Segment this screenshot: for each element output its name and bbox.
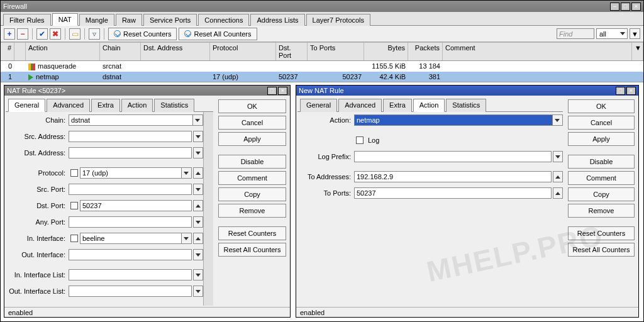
disable-button[interactable]: Disable bbox=[568, 155, 635, 169]
to-addresses-field[interactable]: 192.168.2.9 bbox=[354, 171, 552, 182]
comment-icon[interactable]: ▭ bbox=[69, 28, 80, 40]
chain-field[interactable]: dstnat bbox=[69, 114, 193, 126]
to-ports-field[interactable]: 50237 bbox=[354, 187, 552, 199]
chevron-down-icon[interactable] bbox=[182, 233, 192, 244]
copy-button[interactable]: Copy bbox=[218, 187, 286, 201]
protocol-invert-checkbox[interactable] bbox=[70, 169, 78, 177]
disable-icon[interactable]: ✖ bbox=[50, 28, 61, 40]
tab-statistics[interactable]: Statistics bbox=[446, 99, 486, 112]
comment-button[interactable]: Comment bbox=[568, 171, 635, 185]
minimize-icon[interactable]: – bbox=[610, 3, 619, 11]
expand-icon[interactable] bbox=[193, 131, 203, 142]
scrollbar[interactable] bbox=[203, 112, 213, 306]
col-action[interactable]: Action bbox=[26, 43, 100, 60]
expand-icon[interactable] bbox=[553, 151, 563, 162]
col-dst[interactable]: Dst. Address bbox=[141, 43, 210, 60]
tab-statistics[interactable]: Statistics bbox=[154, 99, 194, 112]
find-input[interactable]: Find bbox=[557, 28, 594, 39]
cancel-button[interactable]: Cancel bbox=[568, 116, 635, 130]
collapse-icon[interactable] bbox=[553, 187, 563, 199]
tab-extra[interactable]: Extra bbox=[91, 99, 120, 112]
chevron-down-icon[interactable] bbox=[553, 114, 563, 126]
dialog-titlebar[interactable]: New NAT Rule □ × bbox=[296, 86, 638, 96]
maximize-icon[interactable]: □ bbox=[621, 3, 630, 11]
expand-icon[interactable] bbox=[193, 147, 203, 158]
in-iface-invert-checkbox[interactable] bbox=[70, 235, 78, 242]
tab-layer7[interactable]: Layer7 Protocols bbox=[306, 14, 371, 26]
ok-button[interactable]: OK bbox=[568, 99, 635, 113]
expand-icon[interactable] bbox=[193, 269, 203, 280]
tab-raw[interactable]: Raw bbox=[116, 14, 142, 26]
maximize-icon[interactable]: □ bbox=[267, 87, 277, 95]
ok-button[interactable]: OK bbox=[218, 99, 286, 113]
tab-mangle[interactable]: Mangle bbox=[79, 14, 114, 26]
close-icon[interactable]: × bbox=[626, 87, 636, 95]
maximize-icon[interactable]: □ bbox=[616, 87, 625, 95]
src-port-field[interactable] bbox=[69, 184, 192, 195]
in-interface-list-field[interactable] bbox=[69, 269, 192, 280]
col-bytes[interactable]: Bytes bbox=[364, 43, 408, 60]
col-dport[interactable]: Dst. Port bbox=[276, 43, 308, 60]
tab-address-lists[interactable]: Address Lists bbox=[250, 14, 304, 26]
col-menu-icon[interactable]: ▼ bbox=[632, 43, 643, 60]
tab-connections[interactable]: Connections bbox=[198, 14, 249, 26]
src-address-field[interactable] bbox=[69, 131, 192, 142]
apply-button[interactable]: Apply bbox=[218, 132, 286, 146]
collapse-icon[interactable] bbox=[193, 233, 203, 244]
table-row[interactable]: 0 masquerade srcnat 1155.5 KiB 13 184 bbox=[1, 61, 643, 72]
dst-port-invert-checkbox[interactable] bbox=[70, 202, 78, 209]
tab-advanced[interactable]: Advanced bbox=[47, 99, 90, 112]
reset-counters-button[interactable]: Reset Counters bbox=[568, 226, 635, 240]
close-icon[interactable]: × bbox=[278, 87, 287, 95]
tab-general[interactable]: General bbox=[8, 99, 45, 112]
reset-all-counters-button[interactable]: Reset All Counters bbox=[218, 243, 286, 257]
tab-action[interactable]: Action bbox=[121, 99, 153, 112]
col-flag[interactable] bbox=[14, 43, 26, 60]
tab-action[interactable]: Action bbox=[413, 99, 445, 112]
dst-port-field[interactable]: 50237 bbox=[80, 200, 192, 211]
collapse-icon[interactable] bbox=[553, 171, 563, 182]
expand-icon[interactable] bbox=[193, 184, 203, 195]
col-comment[interactable]: Comment bbox=[443, 43, 632, 60]
tab-service-ports[interactable]: Service Ports bbox=[143, 14, 197, 26]
col-num[interactable]: # bbox=[1, 43, 14, 60]
remove-button[interactable]: Remove bbox=[218, 204, 286, 218]
comment-button[interactable]: Comment bbox=[218, 171, 286, 185]
dst-address-field[interactable] bbox=[69, 147, 192, 158]
chevron-down-icon[interactable] bbox=[182, 167, 192, 179]
add-icon[interactable]: + bbox=[4, 28, 15, 40]
filter-scope-combo[interactable]: all bbox=[596, 28, 628, 39]
expand-icon[interactable] bbox=[193, 249, 203, 260]
tab-extra[interactable]: Extra bbox=[383, 99, 412, 112]
any-port-field[interactable] bbox=[69, 216, 192, 228]
action-field[interactable]: netmap bbox=[354, 114, 553, 126]
chevron-down-icon[interactable] bbox=[193, 114, 203, 126]
log-checkbox[interactable] bbox=[356, 136, 364, 144]
tab-filter-rules[interactable]: Filter Rules bbox=[3, 14, 51, 26]
collapse-icon[interactable] bbox=[193, 167, 203, 179]
col-toports[interactable]: To Ports bbox=[308, 43, 364, 60]
reset-all-counters-button[interactable]: Reset All Counters bbox=[179, 28, 257, 40]
tab-advanced[interactable]: Advanced bbox=[338, 99, 382, 112]
expand-icon[interactable] bbox=[193, 216, 203, 228]
col-packets[interactable]: Packets bbox=[408, 43, 443, 60]
filter-scope-dropdown-icon[interactable]: ▼ bbox=[630, 28, 640, 39]
remove-icon[interactable]: − bbox=[17, 28, 28, 40]
collapse-icon[interactable] bbox=[193, 200, 203, 211]
tab-general[interactable]: General bbox=[300, 99, 337, 112]
out-interface-field[interactable] bbox=[69, 249, 192, 260]
filter-icon[interactable]: ▿ bbox=[89, 28, 100, 40]
enable-icon[interactable]: ✔ bbox=[36, 28, 48, 40]
expand-icon[interactable] bbox=[193, 286, 203, 297]
tab-nat[interactable]: NAT bbox=[52, 13, 78, 26]
apply-button[interactable]: Apply bbox=[568, 132, 635, 146]
copy-button[interactable]: Copy bbox=[568, 187, 635, 201]
close-icon[interactable]: × bbox=[631, 3, 641, 11]
disable-button[interactable]: Disable bbox=[218, 155, 286, 169]
reset-counters-button[interactable]: Reset Counters bbox=[218, 226, 286, 240]
reset-all-counters-button[interactable]: Reset All Counters bbox=[568, 243, 635, 257]
reset-counters-button[interactable]: Reset Counters bbox=[108, 28, 177, 40]
col-proto[interactable]: Protocol bbox=[210, 43, 276, 60]
protocol-field[interactable]: 17 (udp) bbox=[80, 167, 182, 179]
in-interface-field[interactable]: beeline bbox=[80, 233, 182, 244]
